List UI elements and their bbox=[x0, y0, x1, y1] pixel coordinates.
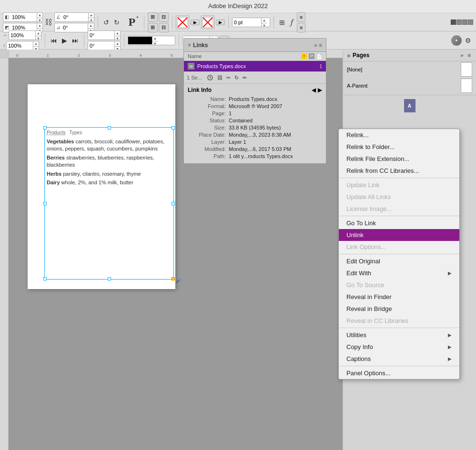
page-none-entry: [None] bbox=[343, 61, 476, 78]
stroke-expand-1[interactable]: ▶ bbox=[191, 20, 200, 25]
stroke-expand-2[interactable]: ▶ bbox=[216, 20, 225, 25]
xpos-spinner[interactable]: ▲▼ bbox=[35, 31, 41, 40]
ctx-captions-arrow: ▶ bbox=[448, 356, 452, 361]
ctx-utilities[interactable]: Utilities ▶ bbox=[339, 329, 459, 341]
link-info-page-row: Page: 1 bbox=[188, 110, 322, 116]
position-spinner[interactable]: ▲▼ bbox=[261, 18, 267, 27]
modified-field-value: Monday,...6, 2017 5:03 PM bbox=[229, 146, 322, 152]
stroke-box-1[interactable] bbox=[176, 16, 189, 29]
handle-bm[interactable] bbox=[108, 277, 111, 280]
doc-row-vegetables: Vegetables carrots, broccoli, cauliflowe… bbox=[47, 138, 172, 153]
doc-products-label: Products bbox=[47, 130, 65, 136]
ctx-captions[interactable]: Captions ▶ bbox=[339, 353, 459, 365]
status-field-value: Contained bbox=[229, 118, 322, 123]
rotation-input-1[interactable] bbox=[62, 13, 88, 21]
redo-button[interactable]: ↻ bbox=[112, 18, 122, 27]
formula-btn[interactable]: 𝑓 bbox=[289, 16, 295, 28]
unlink-btn[interactable]: ✂ bbox=[225, 74, 232, 82]
handle-tr[interactable] bbox=[172, 126, 175, 130]
grid-icon-btn[interactable]: ⊞ bbox=[277, 18, 287, 27]
links-file-row[interactable]: W Products Types.docx 1 bbox=[184, 61, 326, 71]
align-btn-1[interactable]: ⊞ bbox=[148, 12, 158, 22]
pages-menu-btn[interactable]: ≡ bbox=[466, 52, 472, 59]
rot2-input-2[interactable] bbox=[88, 41, 114, 50]
para-btn-2[interactable]: ≡ bbox=[297, 23, 305, 32]
grid-view-icon[interactable] bbox=[451, 20, 456, 25]
handle-ml[interactable] bbox=[43, 202, 47, 205]
ctx-go-to-source-label: Go To Source bbox=[346, 281, 384, 289]
xpos-input[interactable] bbox=[9, 31, 35, 40]
relink-selected-btn[interactable] bbox=[206, 73, 214, 82]
ctx-edit-with[interactable]: Edit With ▶ bbox=[339, 267, 459, 279]
name-field-value: Products Types.docx bbox=[229, 96, 322, 102]
rot1-spinner[interactable]: ▲▼ bbox=[88, 13, 94, 21]
pages-separator bbox=[343, 95, 476, 95]
handle-bl[interactable] bbox=[43, 277, 47, 280]
chain-link-icon[interactable]: ⛓ bbox=[44, 13, 53, 32]
handle-tm[interactable] bbox=[108, 126, 111, 130]
edit-original-btn[interactable]: ✏ bbox=[242, 74, 248, 82]
prev-frame-btn[interactable]: ⏮ bbox=[49, 36, 59, 45]
link-btn[interactable]: ⛓ bbox=[216, 74, 223, 81]
play-btn[interactable]: ▶ bbox=[60, 36, 69, 45]
ypos-input[interactable] bbox=[7, 41, 33, 50]
cc-icon[interactable]: ● bbox=[451, 35, 462, 46]
links-menu-btn[interactable]: ≡ bbox=[319, 42, 322, 49]
context-menu: Relink... Relink to Folder... Relink Fil… bbox=[338, 129, 460, 380]
handle-tl[interactable] bbox=[43, 126, 47, 130]
format-field-label: Format: bbox=[188, 103, 226, 109]
ctx-license-label: License Image... bbox=[346, 205, 392, 212]
grid-view-icon-2[interactable] bbox=[456, 20, 462, 25]
ctx-go-to-link[interactable]: Go To Link bbox=[339, 217, 459, 229]
position-input[interactable] bbox=[233, 18, 261, 27]
page-a-thumb[interactable]: A bbox=[404, 99, 415, 112]
ctx-copy-info[interactable]: Copy Info ▶ bbox=[339, 341, 459, 353]
link-info-name-row: Name: Products Types.docx bbox=[188, 96, 322, 102]
rotation-input-2[interactable] bbox=[61, 23, 88, 32]
links-expand-btn[interactable]: » bbox=[314, 42, 317, 49]
cc-label: ● bbox=[456, 38, 458, 42]
grid-view-icon-4[interactable] bbox=[468, 20, 473, 25]
pages-expand-btn[interactable]: » bbox=[459, 52, 465, 59]
grid-view-icon-3[interactable] bbox=[462, 20, 467, 25]
next-frame-btn[interactable]: ⏭ bbox=[70, 36, 81, 45]
color-swatch[interactable] bbox=[128, 37, 152, 44]
settings-btn[interactable]: ⚙ bbox=[463, 36, 473, 45]
ctx-edit-original[interactable]: Edit Original bbox=[339, 255, 459, 267]
ctx-reveal-bridge[interactable]: Reveal in Bridge bbox=[339, 303, 459, 315]
link-info-prev[interactable]: ◀ bbox=[312, 87, 316, 93]
modified-field-label: Modified: bbox=[188, 146, 226, 152]
align-btn-3[interactable]: ⊞ bbox=[148, 23, 158, 32]
links-close-btn[interactable]: × bbox=[188, 42, 191, 49]
ctx-relink[interactable]: Relink... bbox=[339, 129, 459, 141]
relink-icon-svg bbox=[207, 74, 213, 81]
ctx-panel-options[interactable]: Panel Options... bbox=[339, 367, 459, 379]
rot2-input-1[interactable] bbox=[88, 31, 114, 40]
text-frame[interactable]: Products Types Vegetables carrots, brocc… bbox=[44, 127, 174, 280]
align-btn-2[interactable]: ⊟ bbox=[159, 12, 169, 22]
para-btn-1[interactable]: ≡ bbox=[297, 12, 305, 22]
ctx-relink-cc[interactable]: Relink from CC Libraries... bbox=[339, 165, 459, 177]
right-icons-2: ● ⚙ bbox=[451, 35, 473, 46]
undo-button[interactable]: ↺ bbox=[101, 18, 111, 27]
color-spinner[interactable]: ▲▼ bbox=[152, 36, 158, 45]
handle-br[interactable] bbox=[172, 277, 175, 280]
x-spinner[interactable]: ▲▼ bbox=[37, 13, 42, 21]
stroke-box-2[interactable] bbox=[201, 16, 214, 29]
rot2-spinner-2[interactable]: ▲▼ bbox=[114, 41, 120, 50]
ctx-reveal-finder[interactable]: Reveal in Finder bbox=[339, 291, 459, 303]
pages-panel-header: ◆ Pages » ≡ bbox=[343, 50, 476, 61]
ruler-vertical bbox=[0, 58, 9, 450]
rot2-spinner-1[interactable]: ▲▼ bbox=[114, 31, 120, 40]
ctx-relink-folder[interactable]: Relink to Folder... bbox=[339, 141, 459, 153]
link-info-header: Link Info ◀ ▶ bbox=[188, 87, 322, 93]
x-input[interactable] bbox=[10, 13, 37, 21]
update-link-btn[interactable]: ↻ bbox=[233, 74, 240, 82]
toolbar-divider-9 bbox=[179, 34, 179, 47]
handle-mr[interactable] bbox=[172, 202, 175, 205]
link-info-next[interactable]: ▶ bbox=[318, 87, 322, 93]
align-btn-4[interactable]: ⊟ bbox=[159, 23, 169, 32]
ctx-relink-ext[interactable]: Relink File Extension... bbox=[339, 153, 459, 165]
ypos-spinner[interactable]: ▲▼ bbox=[33, 41, 39, 50]
ctx-unlink[interactable]: Unlink bbox=[339, 229, 459, 241]
